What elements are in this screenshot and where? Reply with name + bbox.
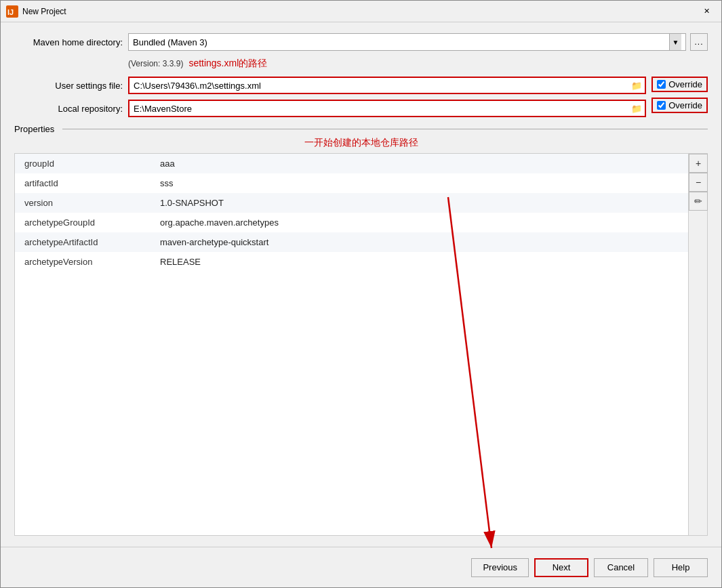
edit-property-button[interactable]: ✏: [689, 192, 708, 211]
local-repo-input-wrap: E:\MavenStore 📁: [128, 100, 646, 117]
user-settings-override-label: Override: [668, 79, 702, 89]
app-icon: IJ: [6, 5, 18, 18]
settings-area: User settings file: C:\Users\79436\.m2\s…: [14, 77, 708, 117]
user-settings-override-wrap: Override: [651, 77, 708, 92]
user-settings-input-wrap: C:\Users\79436\.m2\settings.xml 📁: [128, 77, 646, 94]
maven-home-combo[interactable]: Bundled (Maven 3) ▼: [128, 33, 686, 51]
properties-title-text: Properties: [14, 124, 54, 134]
properties-table-container: groupIdaaaartifactIdsssversion1.0-SNAPSH…: [14, 153, 689, 536]
local-repo-row: Local repository: E:\MavenStore 📁: [14, 100, 646, 117]
properties-table-outer: groupIdaaaartifactIdsssversion1.0-SNAPSH…: [14, 153, 708, 536]
table-row[interactable]: artifactIdsss: [15, 173, 688, 193]
local-repo-override-checkbox[interactable]: [657, 101, 666, 110]
add-property-button[interactable]: +: [689, 154, 708, 173]
override-checkboxes: Override Override: [651, 77, 708, 113]
property-key: archetypeArtifactId: [15, 232, 151, 252]
settings-annotation: settings.xml的路径: [188, 58, 267, 70]
svg-text:IJ: IJ: [7, 8, 14, 16]
property-key: artifactId: [15, 173, 151, 193]
new-project-dialog: IJ New Project ✕ Maven home directory: B…: [0, 0, 722, 588]
dialog-title: New Project: [22, 7, 697, 16]
dialog-footer: Previous Next Cancel Help: [1, 547, 721, 587]
table-row[interactable]: archetypeArtifactIdmaven-archetype-quick…: [15, 232, 688, 252]
property-key: groupId: [15, 154, 151, 173]
user-settings-label: User settings file:: [14, 81, 123, 91]
user-settings-row: User settings file: C:\Users\79436\.m2\s…: [14, 77, 646, 94]
properties-title-divider: [62, 129, 708, 129]
maven-home-controls: Bundled (Maven 3) ▼ ...: [128, 33, 708, 51]
user-settings-value: C:\Users\79436\.m2\settings.xml: [129, 81, 280, 91]
user-settings-folder-icon[interactable]: 📁: [631, 81, 642, 91]
property-key: archetypeGroupId: [15, 213, 151, 232]
close-button[interactable]: ✕: [697, 4, 716, 19]
properties-table: groupIdaaaartifactIdsssversion1.0-SNAPSH…: [15, 154, 688, 272]
version-note-row: (Version: 3.3.9) settings.xml的路径: [14, 58, 708, 70]
local-repo-override-wrap: Override: [651, 98, 708, 113]
property-key: version: [15, 193, 151, 213]
local-repo-value: E:\MavenStore: [129, 104, 211, 114]
properties-title-row: Properties: [14, 124, 708, 134]
properties-annotation: 一开始创建的本地仓库路径: [304, 137, 418, 148]
dialog-content: Maven home directory: Bundled (Maven 3) …: [1, 22, 721, 547]
property-value: maven-archetype-quickstart: [151, 232, 688, 252]
maven-home-row: Maven home directory: Bundled (Maven 3) …: [14, 33, 708, 51]
property-value: aaa: [151, 154, 688, 173]
table-row[interactable]: groupIdaaa: [15, 154, 688, 173]
help-button[interactable]: Help: [654, 558, 708, 577]
next-button[interactable]: Next: [534, 558, 588, 577]
maven-home-label: Maven home directory:: [14, 37, 123, 47]
side-buttons-column: + − ✏: [689, 153, 708, 536]
previous-button[interactable]: Previous: [471, 558, 529, 577]
settings-inputs: User settings file: C:\Users\79436\.m2\s…: [14, 77, 646, 117]
maven-home-browse-button[interactable]: ...: [690, 33, 708, 51]
user-settings-override-checkbox[interactable]: [657, 80, 666, 89]
property-key: archetypeVersion: [15, 252, 151, 272]
version-text: (Version: 3.3.9): [128, 59, 183, 68]
combo-arrow-icon[interactable]: ▼: [669, 34, 681, 50]
remove-property-button[interactable]: −: [689, 173, 708, 192]
properties-section: Properties 一开始创建的本地仓库路径 groupIdaaaartifa…: [14, 124, 708, 536]
property-value: org.apache.maven.archetypes: [151, 213, 688, 232]
table-row[interactable]: archetypeVersionRELEASE: [15, 252, 688, 272]
maven-home-value: Bundled (Maven 3): [133, 37, 669, 47]
local-repo-label: Local repository:: [14, 104, 123, 114]
cancel-button[interactable]: Cancel: [594, 558, 648, 577]
local-repo-folder-icon[interactable]: 📁: [631, 104, 642, 114]
properties-annotation-row: 一开始创建的本地仓库路径: [14, 137, 708, 149]
property-value: 1.0-SNAPSHOT: [151, 193, 688, 213]
property-value: sss: [151, 173, 688, 193]
property-value: RELEASE: [151, 252, 688, 272]
table-row[interactable]: archetypeGroupIdorg.apache.maven.archety…: [15, 213, 688, 232]
table-row[interactable]: version1.0-SNAPSHOT: [15, 193, 688, 213]
title-bar: IJ New Project ✕: [1, 1, 721, 22]
local-repo-override-label: Override: [668, 100, 702, 110]
window-controls: ✕: [697, 4, 716, 19]
